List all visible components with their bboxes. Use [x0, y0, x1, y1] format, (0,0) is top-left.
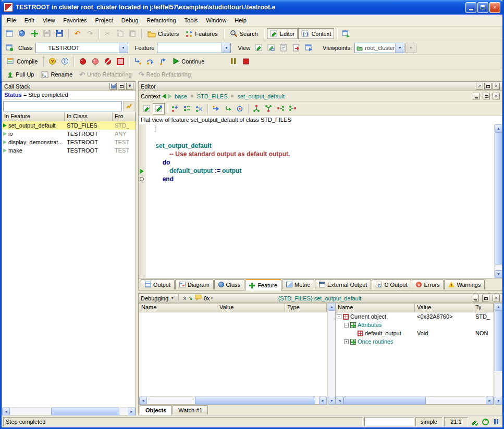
tab-warnings[interactable]: Warnings	[444, 279, 485, 289]
open-new-tab-icon[interactable]	[340, 28, 352, 40]
scroll-up-icon[interactable]: ▲	[328, 303, 336, 311]
callees-icon[interactable]	[287, 103, 299, 115]
view-export-icon[interactable]	[290, 42, 302, 54]
info-icon[interactable]: i	[59, 56, 71, 67]
view-open-window-icon[interactable]	[303, 42, 315, 54]
tab-class[interactable]: Class	[214, 279, 245, 289]
editor-header[interactable]: Editor ↗ ×	[139, 82, 502, 91]
chevron-down-icon[interactable]: ▼	[395, 43, 404, 53]
column-header-type[interactable]: Ty	[473, 304, 494, 312]
chevron-down-icon[interactable]: ▼	[222, 43, 230, 53]
copy-icon[interactable]	[114, 28, 126, 40]
class-tool-icon[interactable]	[4, 42, 16, 54]
step-out-icon[interactable]	[157, 56, 169, 67]
restore-button[interactable]	[477, 2, 488, 13]
history-forward-icon[interactable]	[168, 94, 172, 99]
cut-icon[interactable]: ✂	[102, 28, 114, 40]
debug-question-icon[interactable]: ?	[46, 56, 58, 67]
menu-view[interactable]: View	[39, 16, 59, 24]
ancestors-icon[interactable]	[251, 103, 263, 115]
open-file-icon[interactable]	[16, 28, 28, 40]
history-back-icon[interactable]	[162, 94, 166, 99]
editor-margin[interactable]	[139, 124, 145, 278]
result-view-icon[interactable]	[222, 103, 234, 115]
scroll-left-icon[interactable]: ◄	[2, 408, 10, 415]
column-header-value[interactable]: Value	[217, 304, 285, 312]
disable-breakpoints-icon[interactable]	[89, 56, 101, 67]
scroll-up-icon[interactable]: ▲	[495, 303, 502, 311]
object-tree-row[interactable]: +Once routines	[336, 337, 494, 346]
retarget-icon[interactable]	[234, 103, 246, 115]
redo-refactoring-button[interactable]: ↷ Redo Refactoring	[136, 70, 194, 80]
close-panel-icon[interactable]: ×	[493, 93, 500, 99]
chevron-down-icon[interactable]: ▼	[170, 296, 174, 300]
menu-edit[interactable]: Edit	[20, 16, 39, 24]
menu-refactoring[interactable]: Refactoring	[142, 16, 180, 24]
save-call-stack-icon[interactable]	[109, 83, 117, 90]
new-window-icon[interactable]	[4, 28, 16, 40]
watch-hscrollbar[interactable]: ◄ ►	[139, 396, 327, 404]
object-tree-row[interactable]: default_outputVoidNON	[336, 329, 494, 337]
tab-feature[interactable]: Feature	[245, 279, 281, 291]
context-toggle-button[interactable]: {·} Context	[298, 28, 334, 39]
expand-icon[interactable]: +	[344, 339, 349, 344]
delete-watch-icon[interactable]: ×	[183, 295, 186, 301]
code-area[interactable]: set_output_default -- Use standard outpu…	[145, 124, 494, 278]
retarget-arrow-icon[interactable]: ↘	[189, 295, 193, 301]
objects-vscrollbar[interactable]: ▲ ▼	[494, 303, 502, 405]
tab-output[interactable]: Output	[141, 279, 175, 289]
menu-file[interactable]: File	[3, 16, 20, 24]
editor-vscrollbar[interactable]: ▲ ▼	[494, 124, 502, 278]
debugging-header[interactable]: Debugging ▼ × ↘ 0x▼ {STD_FILES}.set_outp…	[139, 294, 502, 303]
pause-button[interactable]	[227, 56, 239, 67]
go-to-definition-icon[interactable]	[210, 103, 222, 115]
titlebar[interactable]: TESTROOT in cluster root_cluster located…	[2, 0, 502, 15]
object-tree-rows[interactable]: −Current object<0x32A8760>STD_−Attribute…	[336, 312, 494, 396]
undo-refactoring-button[interactable]: ↶ Undo Refactoring	[76, 70, 135, 80]
minimize-panel-icon[interactable]	[473, 93, 480, 99]
save-icon[interactable]	[41, 28, 53, 40]
scroll-right-icon[interactable]: ►	[486, 397, 494, 405]
class-combobox[interactable]: TESTROOT ▼	[35, 43, 128, 53]
watch-vscrollbar[interactable]: ▲ ▼	[327, 303, 335, 405]
clusters-button[interactable]: Clusters	[144, 29, 182, 39]
scroll-up-icon[interactable]: ▲	[495, 124, 502, 132]
maximize-panel-icon[interactable]	[482, 295, 489, 301]
object-tree-row[interactable]: −Attributes	[336, 321, 494, 329]
flat-view-icon[interactable]	[153, 103, 165, 115]
breadcrumb-item-std_files[interactable]: STD_FILES	[196, 93, 229, 99]
tab-watch-1[interactable]: Watch #1	[173, 405, 208, 414]
call-stack-row[interactable]: makeTESTROOTTEST	[2, 146, 136, 155]
dock-down-icon[interactable]: ▼	[126, 83, 133, 90]
line-marker-circle-icon[interactable]	[140, 177, 144, 181]
call-stack-row[interactable]: set_output_defaultSTD_FILESSTD_	[2, 121, 136, 130]
editor-toggle-button[interactable]: Editor	[267, 28, 298, 39]
maximize-panel-icon[interactable]	[483, 93, 490, 99]
tab-metric[interactable]: Metric	[282, 279, 314, 289]
maximize-panel-icon[interactable]	[484, 83, 491, 90]
breadcrumb-item-set_output_default[interactable]: set_output_default	[236, 93, 286, 99]
menu-window[interactable]: Window	[202, 16, 230, 24]
scroll-left-icon[interactable]: ◄	[139, 397, 147, 405]
features-button[interactable]: Features	[182, 29, 220, 39]
scroll-right-icon[interactable]: ►	[319, 397, 327, 405]
call-stack-header[interactable]: Call Stack ▼	[2, 82, 136, 91]
call-stack-row[interactable]: display_demonstrat...TESTROOTTEST	[2, 138, 136, 146]
note-icon[interactable]	[195, 295, 202, 301]
object-tree-row[interactable]: −Current object<0x32A8760>STD_	[336, 312, 494, 321]
menu-project[interactable]: Project	[91, 16, 117, 24]
call-stack-hscrollbar[interactable]: ◄ ►	[2, 407, 136, 415]
hex-format-button[interactable]: 0x▼	[204, 295, 214, 301]
flat-contract-view-icon[interactable]	[193, 103, 205, 115]
breakpoints-window-icon[interactable]	[114, 56, 126, 67]
column-header-type[interactable]: Type	[285, 304, 327, 312]
collapse-icon[interactable]: −	[337, 314, 341, 319]
tab-c-output[interactable]: C Output	[372, 279, 411, 289]
float-window-icon[interactable]	[118, 83, 125, 90]
close-panel-icon[interactable]: ×	[493, 295, 500, 301]
minimize-panel-icon[interactable]	[472, 295, 479, 301]
scroll-right-icon[interactable]: ►	[128, 408, 136, 415]
call-stack-filter-input[interactable]	[3, 101, 122, 111]
new-item-icon[interactable]	[29, 28, 41, 40]
menu-favorites[interactable]: Favorites	[59, 16, 91, 24]
